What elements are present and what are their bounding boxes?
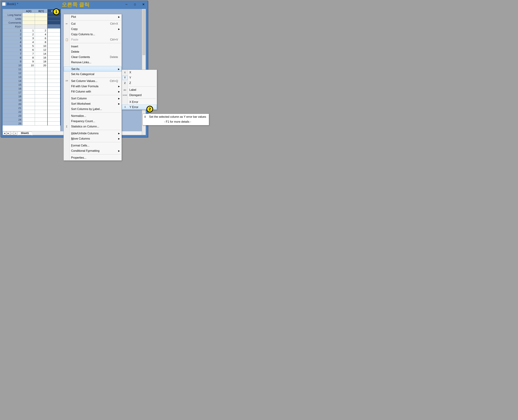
cell[interactable] [23, 25, 35, 29]
cell[interactable] [35, 106, 47, 110]
cell[interactable]: 20 [35, 63, 47, 67]
menu-fill-column-with[interactable]: Fill Column with▶ [64, 89, 122, 94]
cell[interactable] [47, 25, 60, 29]
menu-normalize[interactable]: Normalize... [64, 113, 122, 119]
cell[interactable] [47, 83, 60, 87]
row-header[interactable]: 4 [3, 40, 23, 44]
row-header[interactable]: 19 [3, 98, 23, 102]
cell[interactable] [35, 13, 47, 17]
cell[interactable]: 9 [23, 60, 35, 63]
submenu-disregard[interactable]: NONEDisregard [122, 92, 157, 98]
cell[interactable] [47, 21, 60, 25]
cell[interactable] [35, 83, 47, 87]
cell[interactable]: 6 [23, 48, 35, 52]
cell[interactable] [35, 98, 47, 102]
cell[interactable] [47, 36, 60, 40]
row-header[interactable]: 24 [3, 118, 23, 122]
cell[interactable] [35, 67, 47, 71]
cell[interactable] [23, 71, 35, 75]
cell[interactable] [47, 118, 60, 122]
row-header[interactable]: 18 [3, 94, 23, 98]
cell[interactable]: 12 [35, 48, 47, 52]
row-header[interactable]: 8 [3, 56, 23, 60]
cell[interactable] [35, 21, 47, 25]
cell[interactable] [47, 32, 60, 36]
cell[interactable] [23, 17, 35, 21]
row-header[interactable]: 20 [3, 102, 23, 106]
cell[interactable] [35, 79, 47, 83]
cell[interactable] [47, 29, 60, 32]
column-header-a[interactable]: A(X) [23, 9, 35, 13]
row-header[interactable]: 25 [3, 122, 23, 126]
cell[interactable]: 14 [35, 52, 47, 56]
cell[interactable] [35, 122, 47, 126]
cell[interactable]: 10 [23, 63, 35, 67]
cell[interactable] [23, 114, 35, 118]
cell[interactable] [23, 83, 35, 87]
row-header[interactable]: 10 [3, 63, 23, 67]
cell[interactable] [23, 67, 35, 71]
cell[interactable] [35, 118, 47, 122]
row-header[interactable]: 2 [3, 32, 23, 36]
cell[interactable] [47, 60, 60, 63]
menu-copy[interactable]: Copy▶ [64, 26, 122, 32]
cell[interactable] [47, 63, 60, 67]
menu-hide-unhide-columns[interactable]: Hide/Unhide Columns▶ [64, 131, 122, 136]
menu-plot[interactable]: Plot▶ [64, 14, 122, 20]
menu-set-as[interactable]: Set As▶ [64, 67, 122, 72]
cell[interactable] [47, 17, 60, 21]
cell[interactable] [35, 75, 47, 79]
row-header[interactable]: 14 [3, 79, 23, 83]
cell[interactable] [47, 87, 60, 90]
cell[interactable]: 4 [35, 32, 47, 36]
cell[interactable] [47, 90, 60, 94]
corner-cell[interactable] [3, 9, 23, 13]
menu-remove-links[interactable]: Remove Links... [64, 60, 122, 65]
cell[interactable] [47, 56, 60, 60]
row-header-longname[interactable]: Long Name [3, 13, 23, 17]
row-header[interactable]: 15 [3, 83, 23, 87]
menu-clear-contents[interactable]: Clear ContentsDelete [64, 54, 122, 60]
cell[interactable] [23, 122, 35, 126]
menu-format-cells[interactable]: Format Cells... [64, 143, 122, 148]
sheet-nav-first[interactable]: ◄ [3, 131, 6, 135]
cell[interactable] [23, 94, 35, 98]
maximize-button[interactable]: ☐ [131, 1, 139, 8]
cell[interactable] [35, 102, 47, 106]
cell[interactable] [47, 44, 60, 48]
submenu-z[interactable]: ZZ [122, 80, 157, 86]
close-button[interactable]: ✕ [139, 1, 148, 8]
cell[interactable]: 4 [23, 40, 35, 44]
cell[interactable]: 8 [23, 56, 35, 60]
menu-fill-user-formula[interactable]: Fill with User Formula▶ [64, 84, 122, 89]
cell[interactable] [47, 94, 60, 98]
cell[interactable]: 3 [23, 36, 35, 40]
cell[interactable] [23, 75, 35, 79]
menu-move-columns[interactable]: Move Columns▶ [64, 136, 122, 141]
cell[interactable] [35, 94, 47, 98]
cell[interactable] [35, 114, 47, 118]
cell[interactable] [35, 71, 47, 75]
cell[interactable] [47, 122, 60, 126]
cell[interactable]: 8 [35, 40, 47, 44]
menu-set-column-values[interactable]: ¹²³Set Column Values...Ctrl+Q [64, 78, 122, 84]
row-header[interactable]: 16 [3, 87, 23, 90]
sheet-tab[interactable]: Sheet1 [18, 131, 31, 135]
menu-properties[interactable]: Properties... [64, 155, 122, 160]
menu-sort-columns-by-label[interactable]: Sort Columns by Label... [64, 106, 122, 112]
row-header[interactable]: 5 [3, 44, 23, 48]
cell[interactable] [23, 13, 35, 17]
menu-set-as-categorical[interactable]: Set As Categorical [64, 72, 122, 77]
row-header[interactable]: 17 [3, 90, 23, 94]
cell[interactable] [47, 40, 60, 44]
row-header[interactable]: 3 [3, 36, 23, 40]
cell[interactable] [35, 90, 47, 94]
cell[interactable] [47, 110, 60, 114]
cell[interactable] [23, 106, 35, 110]
cell[interactable] [47, 102, 60, 106]
submenu-x[interactable]: XX [122, 70, 157, 75]
cell[interactable]: 5 [23, 44, 35, 48]
cell[interactable] [23, 21, 35, 25]
row-header-units[interactable]: Units [3, 17, 23, 21]
cell[interactable] [35, 87, 47, 90]
